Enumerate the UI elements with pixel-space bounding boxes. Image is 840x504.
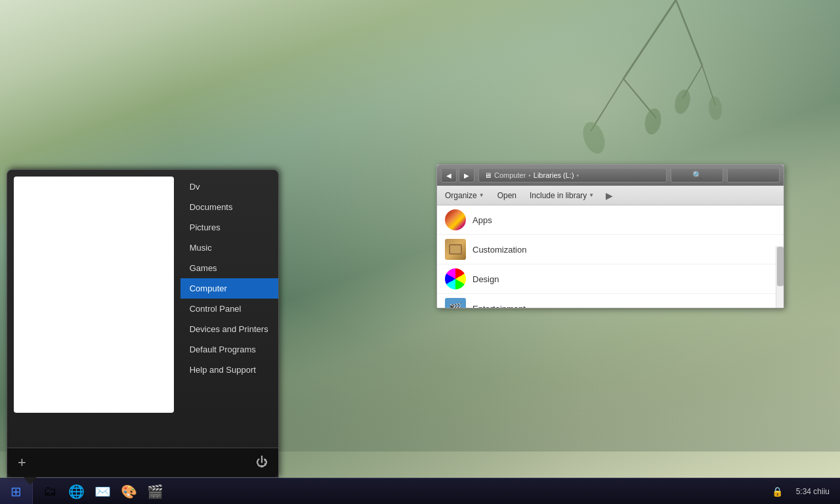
explorer-address-bar[interactable]: 🖥 Computer • Libraries (L:) •: [478, 168, 667, 182]
taskbar-icon-video[interactable]: 🎬: [143, 480, 167, 503]
taskbar-icons: 🗂🌐✉️🎨🎬: [33, 480, 764, 503]
taskbar-icon-mail[interactable]: ✉️: [91, 480, 114, 503]
menu-item-computer[interactable]: Computer: [180, 278, 278, 299]
explorer-nav-buttons: ◀ ▶: [441, 168, 474, 182]
file-item-customization[interactable]: Customization: [437, 235, 784, 264]
start-menu: DvDocumentsPicturesMusicGamesComputerCon…: [7, 169, 279, 478]
file-item-design[interactable]: Design: [437, 264, 784, 294]
address-location-label: Libraries (L:): [534, 171, 574, 179]
scrollbar[interactable]: [776, 246, 784, 308]
taskbar-icon-folder[interactable]: 🗂: [38, 480, 62, 503]
file-item-entertainment[interactable]: 🎬Entertainment: [437, 294, 784, 308]
start-menu-content: DvDocumentsPicturesMusicGamesComputerCon…: [7, 170, 278, 448]
taskbar-icon-browser[interactable]: 🌐: [64, 480, 88, 503]
menu-item-dv[interactable]: Dv: [180, 177, 278, 197]
clock-display[interactable]: 5:34 chiiu: [791, 487, 835, 496]
address-sep1: •: [528, 172, 531, 179]
explorer-toolbar: Organize ▼ Open Include in library ▼ ▶: [437, 186, 784, 205]
taskbar-icon-apps[interactable]: 🎨: [117, 480, 140, 503]
organize-label: Organize: [445, 191, 477, 200]
menu-item-music[interactable]: Music: [180, 238, 278, 258]
organize-arrow: ▼: [479, 192, 484, 198]
scrollbar-thumb[interactable]: [777, 247, 784, 286]
more-options-button[interactable]: ▶: [606, 190, 613, 201]
tray-icon-lock[interactable]: 🔒: [772, 486, 783, 497]
menu-item-pictures[interactable]: Pictures: [180, 217, 278, 238]
address-sep2: •: [577, 172, 579, 179]
back-button[interactable]: ◀: [441, 168, 457, 182]
include-library-arrow: ▼: [589, 192, 594, 198]
menu-item-documents[interactable]: Documents: [180, 197, 278, 217]
file-icon-customization: [445, 239, 466, 260]
explorer-titlebar: ◀ ▶ 🖥 Computer • Libraries (L:) • 🔍: [437, 165, 784, 186]
file-name-design: Design: [472, 274, 499, 284]
menu-power-button[interactable]: ⏻: [256, 455, 268, 469]
menu-item-games[interactable]: Games: [180, 258, 278, 278]
file-name-apps: Apps: [472, 215, 492, 225]
include-library-button[interactable]: Include in library ▼: [527, 190, 597, 201]
start-icon: ⊞: [10, 484, 22, 499]
menu-item-help-support[interactable]: Help and Support: [180, 360, 278, 380]
address-computer-label: Computer: [494, 171, 526, 179]
menu-item-default-programs[interactable]: Default Programs: [180, 339, 278, 360]
open-button[interactable]: Open: [495, 190, 519, 201]
taskbar: ⊞ 🗂🌐✉️🎨🎬 🔒 5:34 chiiu: [0, 478, 840, 504]
menu-item-control-panel[interactable]: Control Panel: [180, 299, 278, 319]
menu-left-panel: [7, 170, 180, 448]
include-library-label: Include in library: [530, 191, 587, 200]
menu-items-list: DvDocumentsPicturesMusicGamesComputerCon…: [180, 170, 278, 448]
organize-button[interactable]: Organize ▼: [442, 190, 487, 201]
file-name-entertainment: Entertainment: [472, 304, 526, 308]
file-icon-apps: [445, 209, 466, 230]
address-computer-icon: 🖥: [484, 171, 492, 179]
file-item-apps[interactable]: Apps: [437, 205, 784, 235]
open-label: Open: [497, 191, 516, 200]
file-icon-design: [445, 268, 466, 289]
file-icon-entertainment: 🎬: [445, 298, 466, 308]
file-name-customization: Customization: [472, 245, 526, 255]
menu-white-area: [14, 177, 174, 413]
taskbar-right: 🔒 5:34 chiiu: [764, 486, 840, 497]
explorer-file-list: AppsCustomizationDesign🎬Entertainment: [437, 205, 784, 308]
file-explorer-window: ◀ ▶ 🖥 Computer • Libraries (L:) • 🔍 Orga…: [436, 164, 784, 308]
menu-item-devices-printers[interactable]: Devices and Printers: [180, 319, 278, 339]
forward-button[interactable]: ▶: [459, 168, 474, 182]
explorer-search-box[interactable]: 🔍: [671, 168, 723, 182]
explorer-extra-btn[interactable]: [727, 168, 780, 182]
menu-add-button[interactable]: +: [18, 454, 26, 471]
menu-bottom-bar: + ⏻: [7, 448, 278, 477]
system-tray: 🔒: [769, 486, 786, 497]
